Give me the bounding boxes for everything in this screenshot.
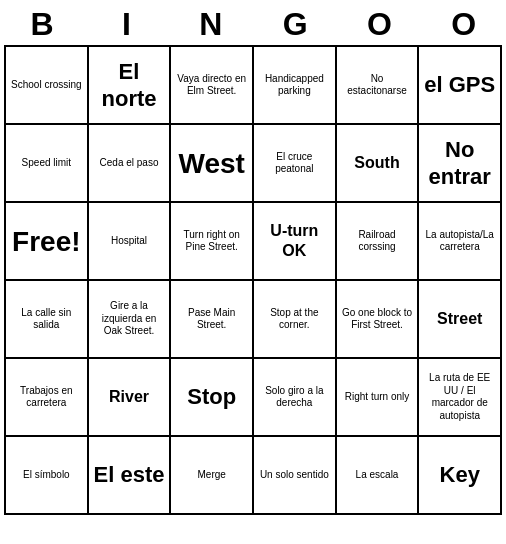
- title-n: N: [171, 6, 251, 43]
- cell-3-3: Stop at the corner.: [254, 281, 337, 359]
- cell-3-5: Street: [419, 281, 502, 359]
- bingo-row-0: School crossingEl norteVaya directo en E…: [6, 47, 502, 125]
- cell-5-1: El este: [89, 437, 172, 515]
- cell-3-4: Go one block to First Street.: [337, 281, 420, 359]
- cell-4-2: Stop: [171, 359, 254, 437]
- cell-1-2: West: [171, 125, 254, 203]
- title-b: B: [2, 6, 82, 43]
- cell-2-2: Turn right on Pine Street.: [171, 203, 254, 281]
- title-o2: O: [424, 6, 504, 43]
- cell-4-5: La ruta de EE UU / El marcador de autopi…: [419, 359, 502, 437]
- cell-3-0: La calle sin salida: [6, 281, 89, 359]
- title-g: G: [255, 6, 335, 43]
- cell-0-4: No estacitonarse: [337, 47, 420, 125]
- cell-2-5: La autopista/La carretera: [419, 203, 502, 281]
- cell-5-2: Merge: [171, 437, 254, 515]
- cell-0-2: Vaya directo en Elm Street.: [171, 47, 254, 125]
- cell-2-1: Hospital: [89, 203, 172, 281]
- cell-0-5: el GPS: [419, 47, 502, 125]
- cell-3-1: Gire a la izquierda en Oak Street.: [89, 281, 172, 359]
- cell-3-2: Pase Main Street.: [171, 281, 254, 359]
- cell-1-1: Ceda el paso: [89, 125, 172, 203]
- cell-2-0: Free!: [6, 203, 89, 281]
- title-i: I: [86, 6, 166, 43]
- cell-4-1: River: [89, 359, 172, 437]
- cell-2-4: Railroad corssing: [337, 203, 420, 281]
- cell-1-3: El cruce peatonal: [254, 125, 337, 203]
- cell-1-5: No entrar: [419, 125, 502, 203]
- cell-5-5: Key: [419, 437, 502, 515]
- bingo-row-1: Speed limitCeda el pasoWestEl cruce peat…: [6, 125, 502, 203]
- title-o1: O: [339, 6, 419, 43]
- bingo-row-3: La calle sin salidaGire a la izquierda e…: [6, 281, 502, 359]
- cell-0-1: El norte: [89, 47, 172, 125]
- cell-4-0: Trabajos en carretera: [6, 359, 89, 437]
- cell-5-0: El símbolo: [6, 437, 89, 515]
- cell-1-0: Speed limit: [6, 125, 89, 203]
- cell-0-0: School crossing: [6, 47, 89, 125]
- bingo-grid: School crossingEl norteVaya directo en E…: [4, 45, 502, 515]
- cell-4-4: Right turn only: [337, 359, 420, 437]
- cell-4-3: Solo giro a la derecha: [254, 359, 337, 437]
- bingo-title: B I N G O O: [0, 0, 506, 45]
- cell-2-3: U-turn OK: [254, 203, 337, 281]
- cell-0-3: Handicapped parking: [254, 47, 337, 125]
- bingo-row-2: Free!HospitalTurn right on Pine Street.U…: [6, 203, 502, 281]
- cell-5-3: Un solo sentido: [254, 437, 337, 515]
- bingo-row-4: Trabajos en carreteraRiverStopSolo giro …: [6, 359, 502, 437]
- cell-1-4: South: [337, 125, 420, 203]
- bingo-row-5: El símboloEl esteMergeUn solo sentidoLa …: [6, 437, 502, 515]
- cell-5-4: La escala: [337, 437, 420, 515]
